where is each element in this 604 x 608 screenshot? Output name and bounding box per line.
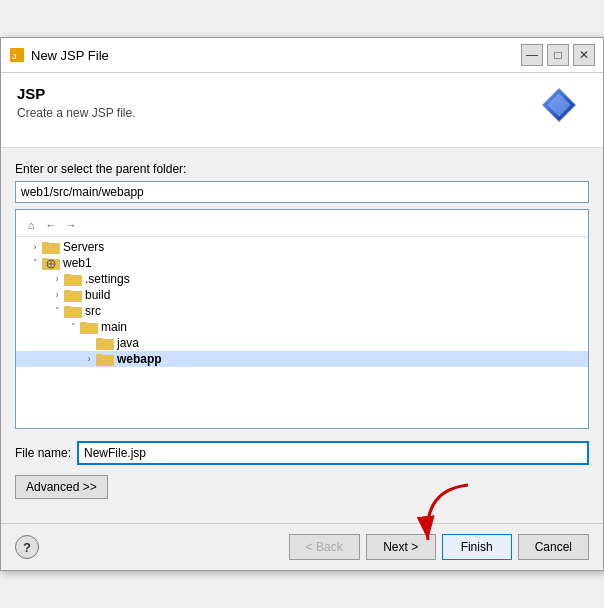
svg-rect-17 <box>64 306 71 309</box>
advanced-button[interactable]: Advanced >> <box>15 475 108 499</box>
web1-folder-icon <box>42 256 60 270</box>
webapp-folder-icon <box>96 352 114 366</box>
main-folder-icon <box>80 320 98 334</box>
build-arrow: › <box>50 290 64 300</box>
arrow-overlay-container: ? < Back Next > Finish Cancel <box>1 524 603 570</box>
tree-item-main[interactable]: ˅ main <box>16 319 588 335</box>
settings-label: .settings <box>85 272 130 286</box>
close-button[interactable]: ✕ <box>573 44 595 66</box>
tree-item-webapp[interactable]: › webapp <box>16 351 588 367</box>
build-folder-icon <box>64 288 82 302</box>
svg-rect-21 <box>96 338 103 341</box>
header-logo <box>539 85 587 133</box>
svg-rect-6 <box>42 242 49 245</box>
window-title: New JSP File <box>31 48 109 63</box>
webapp-label: webapp <box>117 352 162 366</box>
folder-input[interactable] <box>15 181 589 203</box>
settings-arrow: › <box>50 274 64 284</box>
file-name-row: File name: <box>15 441 589 465</box>
title-bar: J New JSP File — □ ✕ <box>1 38 603 73</box>
build-label: build <box>85 288 110 302</box>
servers-arrow: › <box>28 242 42 252</box>
main-arrow: ˅ <box>66 322 80 332</box>
file-name-label: File name: <box>15 446 71 460</box>
back-button[interactable]: < Back <box>289 534 360 560</box>
tree-item-src[interactable]: ˅ src <box>16 303 588 319</box>
footer-left: ? <box>15 535 39 559</box>
advanced-row: Advanced >> <box>15 475 589 499</box>
java-folder-icon <box>96 336 114 350</box>
svg-rect-23 <box>96 354 103 357</box>
title-bar-left: J New JSP File <box>9 47 109 63</box>
src-label: src <box>85 304 101 318</box>
footer: ? < Back Next > Finish Cancel <box>1 524 603 570</box>
jsp-title-icon: J <box>9 47 25 63</box>
svg-rect-13 <box>64 274 71 277</box>
svg-rect-19 <box>80 322 87 325</box>
svg-text:J: J <box>12 52 16 61</box>
next-button[interactable]: Next > <box>366 534 436 560</box>
folder-label: Enter or select the parent folder: <box>15 162 589 176</box>
java-label: java <box>117 336 139 350</box>
wizard-subtitle: Create a new JSP file. <box>17 106 136 120</box>
dialog-window: J New JSP File — □ ✕ JSP Create a new JS… <box>0 37 604 571</box>
wizard-title: JSP <box>17 85 136 102</box>
main-label: main <box>101 320 127 334</box>
back-nav-button[interactable]: ← <box>42 216 60 234</box>
svg-rect-15 <box>64 290 71 293</box>
forward-nav-button[interactable]: → <box>62 216 80 234</box>
webapp-arrow: › <box>82 354 96 364</box>
header-section: JSP Create a new JSP file. <box>1 73 603 148</box>
header-text: JSP Create a new JSP file. <box>17 85 136 120</box>
svg-rect-8 <box>42 258 49 261</box>
finish-button[interactable]: Finish <box>442 534 512 560</box>
web1-label: web1 <box>63 256 92 270</box>
file-name-input[interactable] <box>77 441 589 465</box>
maximize-button[interactable]: □ <box>547 44 569 66</box>
src-folder-icon <box>64 304 82 318</box>
tree-item-java[interactable]: java <box>16 335 588 351</box>
home-button[interactable]: ⌂ <box>22 216 40 234</box>
footer-buttons: < Back Next > Finish Cancel <box>289 534 589 560</box>
title-controls: — □ ✕ <box>521 44 595 66</box>
tree-item-settings[interactable]: › .settings <box>16 271 588 287</box>
content-area: Enter or select the parent folder: ⌂ ← →… <box>1 148 603 509</box>
settings-folder-icon <box>64 272 82 286</box>
servers-label: Servers <box>63 240 104 254</box>
cancel-button[interactable]: Cancel <box>518 534 589 560</box>
tree-item-build[interactable]: › build <box>16 287 588 303</box>
tree-item-servers[interactable]: › Servers <box>16 239 588 255</box>
folder-tree-panel: ⌂ ← → › Servers ˅ <box>15 209 589 429</box>
tree-item-web1[interactable]: ˅ web1 <box>16 255 588 271</box>
minimize-button[interactable]: — <box>521 44 543 66</box>
servers-folder-icon <box>42 240 60 254</box>
help-button[interactable]: ? <box>15 535 39 559</box>
src-arrow: ˅ <box>50 306 64 316</box>
tree-toolbar: ⌂ ← → <box>16 214 588 237</box>
wizard-logo-icon <box>539 85 579 125</box>
web1-arrow: ˅ <box>28 258 42 268</box>
